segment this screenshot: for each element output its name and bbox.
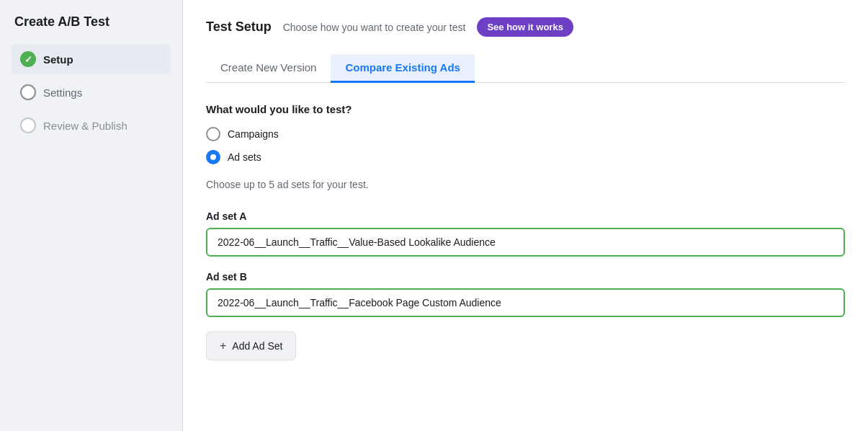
sidebar: Create A/B Test Setup Settings Review & … (0, 0, 183, 431)
radio-adsets-circle (206, 150, 220, 164)
setup-check-icon (20, 51, 36, 67)
tabs-container: Create New Version Compare Existing Ads (206, 54, 845, 83)
sidebar-item-settings[interactable]: Settings (12, 77, 171, 107)
radio-item-campaigns[interactable]: Campaigns (206, 127, 845, 141)
tab-create-new-version[interactable]: Create New Version (206, 54, 331, 83)
review-circle-icon (20, 117, 36, 133)
adset-a-input[interactable] (206, 228, 845, 257)
sidebar-item-review-publish[interactable]: Review & Publish (12, 110, 171, 141)
adset-a-label: Ad set A (206, 210, 845, 222)
test-question: What would you like to test? (206, 103, 845, 115)
radio-adsets-label: Ad sets (228, 151, 261, 163)
add-adset-button[interactable]: + Add Ad Set (206, 332, 296, 360)
sidebar-item-review-label: Review & Publish (43, 120, 127, 132)
adset-b-label: Ad set B (206, 271, 845, 283)
plus-icon: + (220, 339, 226, 352)
sidebar-item-setup[interactable]: Setup (12, 44, 171, 74)
see-how-button[interactable]: See how it works (477, 17, 573, 37)
radio-item-adsets[interactable]: Ad sets (206, 150, 845, 164)
test-setup-title: Test Setup (206, 19, 272, 35)
radio-group: Campaigns Ad sets (206, 127, 845, 164)
adset-a-section: Ad set A (206, 210, 845, 257)
test-setup-header: Test Setup Choose how you want to create… (206, 17, 845, 37)
add-adset-label: Add Ad Set (232, 340, 282, 352)
adset-b-section: Ad set B (206, 271, 845, 317)
tab-compare-existing-ads[interactable]: Compare Existing Ads (331, 54, 474, 83)
test-setup-subtitle: Choose how you want to create your test (283, 22, 466, 33)
radio-campaigns-circle (206, 127, 220, 141)
main-content: Test Setup Choose how you want to create… (183, 0, 868, 431)
adset-b-input[interactable] (206, 288, 845, 317)
settings-circle-icon (20, 84, 36, 100)
radio-campaigns-label: Campaigns (228, 128, 279, 140)
sidebar-item-setup-label: Setup (43, 53, 73, 66)
hint-text: Choose up to 5 ad sets for your test. (206, 179, 845, 190)
sidebar-item-settings-label: Settings (43, 86, 82, 99)
sidebar-title: Create A/B Test (12, 14, 171, 30)
